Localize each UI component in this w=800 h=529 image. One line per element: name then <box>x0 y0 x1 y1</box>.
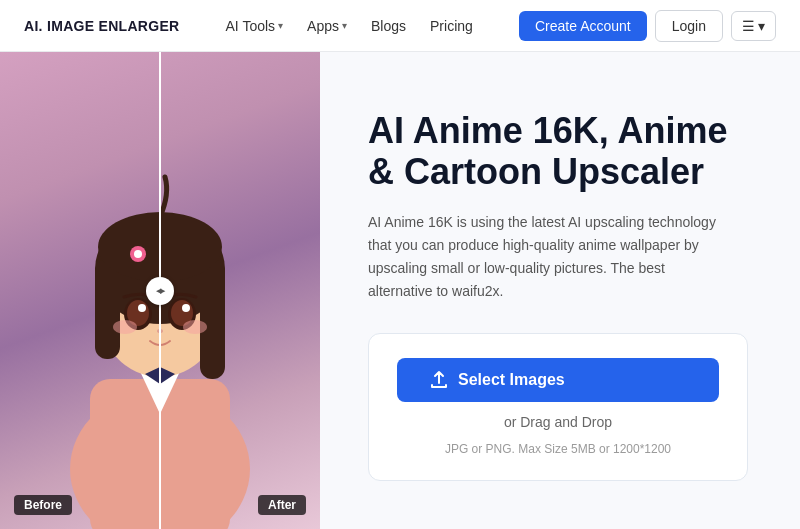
nav-pricing[interactable]: Pricing <box>420 12 483 40</box>
hero-title: AI Anime 16K, Anime & Cartoon Upscaler <box>368 110 760 193</box>
menu-icon-button[interactable]: ☰ ▾ <box>731 11 776 41</box>
comparison-handle[interactable] <box>146 277 174 305</box>
nav-blogs[interactable]: Blogs <box>361 12 416 40</box>
nav-ai-tools[interactable]: AI Tools ▾ <box>216 12 294 40</box>
image-comparison-panel: Before After <box>0 52 320 529</box>
upload-icon <box>429 370 449 390</box>
create-account-button[interactable]: Create Account <box>519 11 647 41</box>
main-content: Before After AI Anime 16K, Anime & Carto… <box>0 52 800 529</box>
select-images-button[interactable]: Select Images <box>397 358 719 402</box>
hamburger-icon: ☰ <box>742 18 755 34</box>
hero-description: AI Anime 16K is using the latest AI upsc… <box>368 211 728 303</box>
after-label: After <box>258 495 306 515</box>
nav-apps[interactable]: Apps ▾ <box>297 12 357 40</box>
navbar: AI. IMAGE ENLARGER AI Tools ▾ Apps ▾ Blo… <box>0 0 800 52</box>
nav-links: AI Tools ▾ Apps ▾ Blogs Pricing <box>216 12 519 40</box>
nav-right: Create Account Login ☰ ▾ <box>519 10 776 42</box>
nav-ai-tools-label: AI Tools <box>226 18 276 34</box>
nav-pricing-label: Pricing <box>430 18 473 34</box>
before-after-overlay <box>0 52 320 529</box>
content-panel: AI Anime 16K, Anime & Cartoon Upscaler A… <box>320 52 800 529</box>
file-format-hint: JPG or PNG. Max Size 5MB or 1200*1200 <box>445 442 671 456</box>
upload-dropzone[interactable]: Select Images or Drag and Drop JPG or PN… <box>368 333 748 481</box>
chevron-down-icon: ▾ <box>278 20 283 31</box>
chevron-down-icon: ▾ <box>342 20 347 31</box>
nav-apps-label: Apps <box>307 18 339 34</box>
chevron-down-icon: ▾ <box>758 18 765 34</box>
before-label: Before <box>14 495 72 515</box>
drag-drop-text: or Drag and Drop <box>504 414 612 430</box>
select-images-label: Select Images <box>458 371 565 389</box>
nav-blogs-label: Blogs <box>371 18 406 34</box>
login-button[interactable]: Login <box>655 10 723 42</box>
site-logo: AI. IMAGE ENLARGER <box>24 18 180 34</box>
